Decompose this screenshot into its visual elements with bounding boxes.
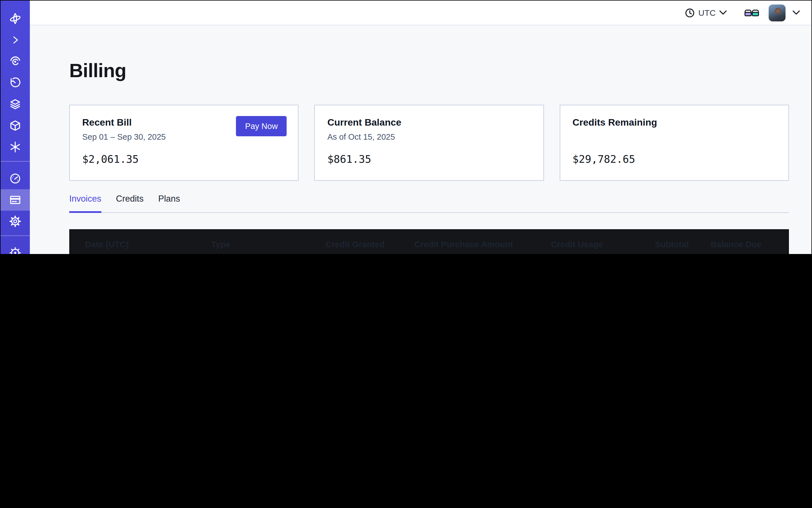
radar-icon xyxy=(9,55,22,68)
timer-icon xyxy=(9,77,22,89)
sidebar-divider xyxy=(1,236,30,236)
sidebar-item-layers[interactable] xyxy=(1,93,30,115)
current-balance-amount: $861.35 xyxy=(328,153,531,165)
glasses-icon xyxy=(744,8,760,18)
page-title: Billing xyxy=(69,57,789,83)
column-header: Subtotal xyxy=(603,239,689,249)
app-window: $ UTC Billing xyxy=(0,0,812,254)
sidebar: $ xyxy=(1,1,30,254)
pay-now-button[interactable]: Pay Now xyxy=(236,116,287,136)
main-content: Billing Recent Bill Sep 01 – Sep 30, 202… xyxy=(30,25,811,254)
logo-icon xyxy=(9,12,22,25)
reader-mode-button[interactable] xyxy=(744,8,760,18)
column-header: Credit Usage xyxy=(513,239,603,249)
billing-card-icon xyxy=(9,194,22,206)
credits-remaining-card: Credits Remaining $29,782.65 xyxy=(559,105,789,181)
sidebar-item-cube[interactable] xyxy=(1,115,30,136)
sidebar-item-helm[interactable] xyxy=(1,242,30,254)
sidebar-item-settings[interactable] xyxy=(1,211,30,232)
recent-bill-card: Recent Bill Sep 01 – Sep 30, 2025 $2,061… xyxy=(69,105,299,181)
recent-bill-amount: $2,061.35 xyxy=(82,153,286,165)
layers-icon xyxy=(9,98,22,111)
column-header: Credit Granted xyxy=(306,239,385,249)
user-avatar[interactable] xyxy=(769,4,785,21)
invoices-table: Date (UTC) Type Credit Granted Credit Pu… xyxy=(69,229,789,254)
current-balance-card: Current Balance As of Oct 15, 2025 $861.… xyxy=(314,105,544,181)
sidebar-divider xyxy=(1,161,30,162)
balance-as-of: As of Oct 15, 2025 xyxy=(328,132,531,141)
tab-credits[interactable]: Credits xyxy=(116,194,143,213)
timezone-label: UTC xyxy=(698,8,716,17)
settings-gear-icon xyxy=(9,215,22,227)
sidebar-item-timer[interactable] xyxy=(1,72,30,93)
sidebar-item-billing[interactable] xyxy=(1,189,30,211)
credits-remaining-amount: $29,782.65 xyxy=(572,153,776,165)
tab-invoices[interactable]: Invoices xyxy=(69,194,101,213)
chevron-down-icon xyxy=(719,10,727,15)
asterisk-icon xyxy=(9,141,22,153)
card-title: Credits Remaining xyxy=(572,117,776,128)
sidebar-item-expand[interactable] xyxy=(1,29,30,51)
timezone-selector[interactable]: UTC xyxy=(685,8,727,18)
helm-icon xyxy=(9,247,22,254)
column-header: Date (UTC) xyxy=(71,239,211,249)
clock-icon xyxy=(685,8,695,18)
card-title: Current Balance xyxy=(328,117,531,128)
column-header: Credit Purchase Amount xyxy=(385,239,513,249)
topbar: UTC xyxy=(30,1,811,25)
sidebar-item-asterisk[interactable] xyxy=(1,136,30,158)
billing-tabs: Invoices Credits Plans xyxy=(69,194,789,213)
tab-plans[interactable]: Plans xyxy=(158,194,180,213)
chevron-down-icon[interactable] xyxy=(792,10,800,15)
summary-cards: Recent Bill Sep 01 – Sep 30, 2025 $2,061… xyxy=(69,105,789,181)
sidebar-item-dashboard[interactable] xyxy=(1,168,30,189)
sidebar-item-logo[interactable] xyxy=(1,8,30,29)
gauge-icon xyxy=(9,172,22,185)
column-header: Type xyxy=(211,239,306,249)
sidebar-item-radar[interactable] xyxy=(1,51,30,72)
chevron-right-icon xyxy=(9,34,21,46)
table-header: Date (UTC) Type Credit Granted Credit Pu… xyxy=(71,230,788,254)
cube-icon xyxy=(9,119,22,132)
column-header: Balance Due xyxy=(689,239,761,249)
